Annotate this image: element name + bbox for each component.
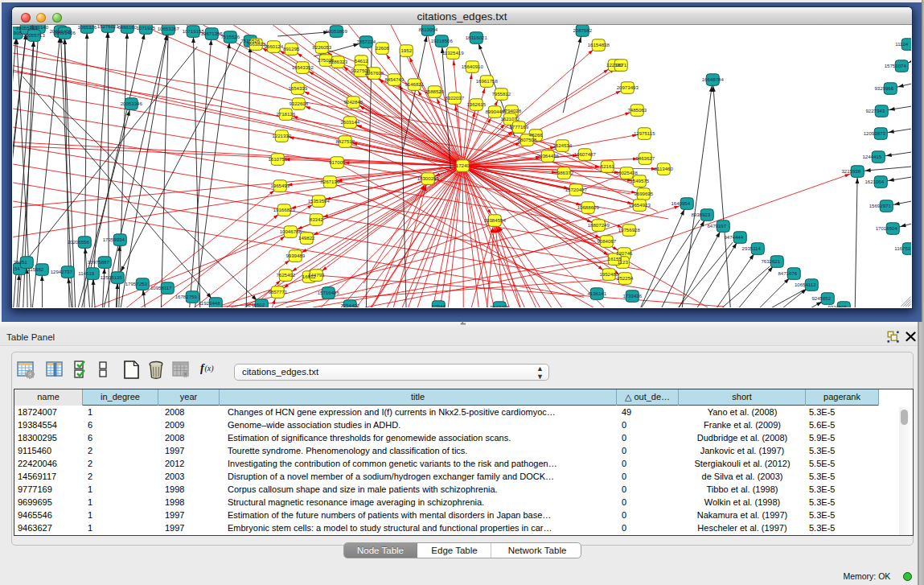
- svg-text:7632621: 7632621: [761, 258, 780, 264]
- svg-text:15751074: 15751074: [885, 63, 907, 68]
- svg-text:10944: 10944: [432, 303, 446, 307]
- svg-text:1244415: 1244415: [862, 154, 881, 159]
- svg-text:16782759: 16782759: [175, 294, 198, 299]
- svg-text:19218506: 19218506: [431, 38, 454, 43]
- svg-text:9227343: 9227343: [865, 108, 885, 113]
- svg-text:1221330: 1221330: [272, 133, 291, 138]
- svg-text:116753: 116753: [894, 245, 910, 251]
- svg-text:11124: 11124: [895, 41, 909, 47]
- svg-text:7254402: 7254402: [340, 303, 359, 307]
- svg-text:10688609: 10688609: [577, 204, 600, 210]
- svg-text:17016504: 17016504: [876, 225, 898, 231]
- svg-text:9329966: 9329966: [874, 85, 893, 91]
- svg-text:11325419: 11325419: [442, 50, 464, 56]
- svg-text:20206556: 20206556: [68, 239, 90, 245]
- svg-text:22606: 22606: [376, 45, 390, 51]
- svg-text:9474444: 9474444: [724, 234, 743, 240]
- svg-text:8938923: 8938923: [691, 212, 710, 217]
- svg-text:8186323: 8186323: [328, 59, 347, 64]
- svg-text:1952: 1952: [400, 47, 412, 53]
- svg-text:252254: 252254: [617, 275, 634, 281]
- svg-text:1965493: 1965493: [270, 183, 290, 188]
- svg-text:9463627: 9463627: [635, 155, 655, 161]
- svg-text:15353594: 15353594: [308, 198, 331, 204]
- svg-text:1621072: 1621072: [500, 116, 519, 122]
- svg-text:(x): (x): [205, 364, 215, 373]
- svg-text:1905: 1905: [13, 30, 23, 35]
- svg-text:16543392: 16543392: [292, 64, 314, 70]
- svg-text:7857224: 7857224: [356, 39, 376, 44]
- svg-text:6479197: 6479197: [707, 223, 726, 229]
- svg-text:18807249: 18807249: [588, 222, 610, 228]
- svg-text:8471676: 8471676: [778, 270, 797, 276]
- svg-text:9146821: 9146821: [405, 81, 424, 87]
- svg-text:19166823: 19166823: [273, 207, 296, 212]
- svg-text:9857771: 9857771: [268, 289, 287, 295]
- svg-text:8454749: 8454749: [384, 76, 404, 82]
- svg-text:12093873: 12093873: [864, 130, 886, 136]
- svg-text:2718126: 2718126: [276, 111, 295, 117]
- svg-text:39154: 39154: [13, 266, 20, 271]
- svg-text:20053346: 20053346: [121, 101, 143, 106]
- svg-text:18300295: 18300295: [417, 175, 440, 181]
- svg-text:1549575: 1549575: [630, 178, 649, 183]
- svg-text:1065326: 1065326: [77, 25, 97, 30]
- svg-text:15716485: 15716485: [318, 290, 340, 295]
- svg-text:19654923: 19654923: [629, 202, 651, 208]
- svg-text:17240: 17240: [456, 163, 470, 168]
- svg-text:20973493: 20973493: [617, 84, 639, 90]
- svg-text:12975115: 12975115: [634, 130, 655, 136]
- svg-text:12505135: 12505135: [101, 274, 123, 280]
- svg-text:10653267: 10653267: [158, 26, 180, 31]
- svg-text:19055713: 19055713: [23, 32, 46, 38]
- svg-text:10671355: 10671355: [201, 31, 224, 36]
- svg-text:9843205: 9843205: [490, 304, 509, 307]
- svg-text:6466160: 6466160: [117, 25, 137, 30]
- svg-text:2603144: 2603144: [340, 119, 359, 125]
- svg-text:917005: 917005: [329, 159, 346, 165]
- svg-text:114519: 114519: [78, 270, 94, 276]
- svg-text:7515526: 7515526: [220, 34, 240, 39]
- svg-text:7625402: 7625402: [276, 272, 295, 278]
- svg-text:20691406: 20691406: [54, 30, 76, 35]
- svg-text:16961758: 16961758: [476, 78, 499, 84]
- svg-text:16648784: 16648784: [702, 76, 725, 82]
- svg-text:1640954: 1640954: [671, 200, 690, 206]
- svg-text:2588520: 2588520: [425, 89, 444, 94]
- svg-text:4136141: 4136141: [587, 290, 606, 296]
- svg-text:9939489: 9939489: [285, 253, 305, 258]
- svg-text:17957253: 17957253: [125, 281, 148, 286]
- svg-text:10958117: 10958117: [150, 285, 172, 290]
- svg-text:115682: 115682: [27, 266, 43, 272]
- svg-text:54612: 54612: [355, 58, 369, 64]
- svg-text:6794028: 6794028: [502, 108, 521, 113]
- svg-text:15692971: 15692971: [869, 203, 892, 208]
- svg-text:2967608: 2967608: [364, 70, 384, 76]
- svg-text:10607487: 10607487: [574, 151, 597, 157]
- svg-text:1952488: 1952488: [599, 271, 618, 277]
- svg-text:9324505: 9324505: [827, 304, 847, 307]
- svg-text:8226053: 8226053: [312, 44, 331, 50]
- svg-text:9777169: 9777169: [509, 124, 528, 130]
- svg-text:30975887: 30975887: [88, 259, 110, 265]
- svg-text:8113460: 8113460: [655, 166, 674, 171]
- svg-text:1362615: 1362615: [466, 101, 486, 107]
- svg-text:2087682: 2087682: [573, 27, 592, 33]
- svg-text:20364436: 20364436: [537, 153, 560, 159]
- svg-text:120746: 120746: [616, 250, 633, 256]
- svg-text:8322037: 8322037: [445, 95, 464, 101]
- svg-text:3624534: 3624534: [552, 142, 572, 148]
- svg-text:1733426: 1733426: [622, 293, 642, 299]
- svg-text:8427512: 8427512: [335, 138, 355, 144]
- svg-text:16155: 16155: [608, 256, 622, 262]
- svg-text:9699695: 9699695: [634, 191, 653, 196]
- svg-text:15640910: 15640910: [462, 64, 484, 69]
- svg-text:7485063: 7485063: [627, 107, 647, 113]
- svg-text:7955812: 7955812: [491, 91, 511, 97]
- svg-text:9084067: 9084067: [597, 238, 616, 244]
- svg-text:1071915: 1071915: [136, 25, 155, 31]
- svg-text:8813054: 8813054: [418, 27, 437, 32]
- svg-text:1621064: 1621064: [864, 179, 884, 184]
- svg-text:891295: 891295: [283, 46, 300, 51]
- svg-text:7986372: 7986372: [554, 170, 573, 175]
